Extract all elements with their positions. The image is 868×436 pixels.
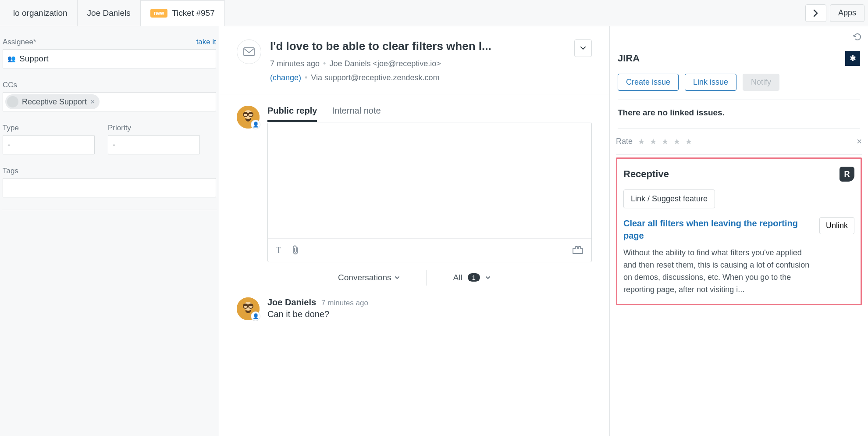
assignee-value: Support — [19, 54, 49, 64]
next-button[interactable] — [805, 4, 826, 22]
close-icon[interactable]: × — [857, 136, 862, 147]
tab-organization-label: lo organization — [13, 8, 68, 18]
receptive-title: Receptive — [623, 168, 669, 180]
divider — [2, 210, 217, 210]
divider — [219, 94, 609, 94]
avatar-icon — [7, 96, 18, 107]
sidebar-left: Assignee* take it 👥 Support CCs Receptiv… — [0, 26, 219, 436]
reply-textarea[interactable] — [268, 122, 591, 238]
feature-description: Without the ability to find what filters… — [623, 247, 812, 296]
text-format-icon[interactable]: T — [276, 245, 281, 255]
rate-row: Rate ★ ★ ★ ★ ★ × — [616, 129, 862, 155]
refresh-icon[interactable] — [853, 32, 862, 41]
jira-empty-text: There are no linked issues. — [618, 100, 860, 118]
type-label: Type — [3, 124, 19, 132]
assignee-select[interactable]: 👥 Support — [3, 49, 216, 68]
badge-new: new — [150, 9, 167, 18]
ticket-requester: Joe Daniels <joe@receptive.io> — [329, 59, 441, 68]
ccs-label: CCs — [3, 81, 17, 89]
chevron-down-icon — [485, 276, 491, 279]
remove-cc-icon[interactable]: × — [90, 97, 95, 107]
chevron-down-icon — [395, 276, 400, 279]
chevron-right-icon — [813, 9, 818, 17]
divider — [426, 270, 427, 286]
conversation-bar: Conversations All 1 — [237, 262, 592, 293]
priority-label: Priority — [108, 124, 131, 132]
jira-title: JIRA — [618, 53, 640, 64]
agent-avatar: 👤 — [237, 106, 260, 129]
ticket-menu-button[interactable] — [574, 39, 592, 57]
rate-label: Rate — [616, 137, 633, 146]
cc-chip-label: Receptive Support — [22, 97, 87, 107]
group-icon: 👥 — [7, 55, 16, 63]
filter-all-dropdown[interactable]: All 1 — [453, 273, 490, 282]
create-issue-button[interactable]: Create issue — [618, 74, 679, 91]
cc-chip[interactable]: Receptive Support × — [5, 94, 100, 109]
ticket-time: 7 minutes ago — [270, 59, 320, 68]
svg-rect-0 — [244, 48, 254, 56]
tags-label: Tags — [3, 167, 18, 175]
message: 👤 Joe Daniels 7 minutes ago Can it be do… — [237, 293, 592, 320]
apps-sidebar: JIRA ✱ Create issue Link issue Notify Th… — [609, 26, 868, 436]
svg-rect-8 — [243, 304, 253, 306]
priority-select[interactable]: - — [108, 135, 200, 154]
link-issue-button[interactable]: Link issue — [685, 74, 736, 91]
receptive-icon: R — [840, 167, 854, 182]
feature-link[interactable]: Clear all filters when leaving the repor… — [623, 217, 812, 242]
tab-user[interactable]: Joe Daniels — [78, 0, 141, 26]
reply-editor: T — [267, 122, 592, 262]
message-author: Joe Daniels — [267, 297, 316, 307]
ccs-input[interactable]: Receptive Support × — [3, 92, 216, 111]
ticket-main: I'd love to be able to clear filters whe… — [219, 26, 609, 436]
tab-ticket-label: Ticket #957 — [172, 8, 215, 18]
receptive-panel: Receptive R Link / Suggest feature Clear… — [616, 157, 862, 305]
mail-icon — [237, 39, 261, 64]
count-badge: 1 — [468, 273, 480, 282]
chevron-down-icon — [580, 46, 586, 50]
tab-organization[interactable]: lo organization — [4, 0, 78, 26]
agent-badge-icon: 👤 — [251, 120, 260, 129]
take-it-link[interactable]: take it — [196, 38, 216, 46]
jira-panel: JIRA ✱ Create issue Link issue Notify Th… — [618, 43, 860, 129]
ticket-meta: 7 minutes ago•Joe Daniels <joe@receptive… — [270, 57, 562, 85]
tags-input[interactable] — [3, 178, 216, 197]
tab-bar: lo organization Joe Daniels new Ticket #… — [0, 0, 868, 26]
message-time: 7 minutes ago — [321, 299, 368, 307]
notify-button: Notify — [743, 74, 779, 91]
tab-ticket[interactable]: new Ticket #957 — [141, 0, 225, 26]
change-requester-link[interactable]: (change) — [270, 73, 301, 82]
ticket-title: I'd love to be able to clear filters whe… — [270, 39, 542, 53]
svg-rect-3 — [243, 113, 253, 114]
tab-internal-note[interactable]: Internal note — [332, 106, 381, 122]
jira-icon: ✱ — [845, 51, 860, 66]
type-select[interactable]: - — [3, 135, 95, 154]
conversations-dropdown[interactable]: Conversations — [338, 273, 400, 282]
requester-avatar: 👤 — [237, 297, 260, 320]
apps-button[interactable]: Apps — [830, 4, 864, 22]
rating-stars[interactable]: ★ ★ ★ ★ ★ — [638, 137, 694, 147]
user-badge-icon: 👤 — [251, 311, 260, 321]
unlink-button[interactable]: Unlink — [819, 217, 854, 234]
ticket-via: Via support@receptive.zendesk.com — [311, 73, 439, 82]
apps-integration-icon[interactable] — [572, 245, 583, 255]
message-body: Can it be done? — [267, 309, 368, 319]
link-suggest-button[interactable]: Link / Suggest feature — [623, 189, 715, 208]
tab-user-label: Joe Daniels — [87, 8, 131, 18]
tab-public-reply[interactable]: Public reply — [267, 106, 317, 122]
assignee-label: Assignee* — [3, 38, 36, 46]
attachment-icon[interactable] — [292, 245, 299, 255]
